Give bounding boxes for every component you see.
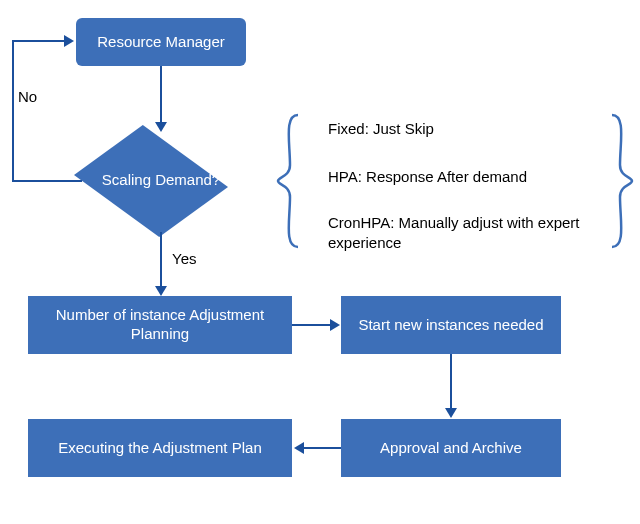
- annotation-cron-l2: experience: [328, 232, 401, 253]
- node-approval: Approval and Archive: [341, 419, 561, 477]
- annotation-hpa: HPA: Response After demand: [328, 166, 527, 187]
- edge-label-yes: Yes: [172, 250, 196, 267]
- arrowhead-planning-to-start: [330, 319, 340, 331]
- edge-planning-to-start: [292, 324, 332, 326]
- edge-start-to-approval: [450, 354, 452, 410]
- arrowhead-start-to-approval: [445, 408, 457, 418]
- node-executing-label: Executing the Adjustment Plan: [58, 439, 261, 458]
- node-resource-manager: Resource Manager: [76, 18, 246, 66]
- node-start-instances: Start new instances needed: [341, 296, 561, 354]
- edge-yes-seg: [160, 232, 162, 288]
- arrowhead-rm-to-scaling: [155, 122, 167, 132]
- edge-approval-to-exec: [303, 447, 341, 449]
- edge-no-seg1: [12, 180, 82, 182]
- node-planning: Number of instance Adjustment Planning: [28, 296, 292, 354]
- node-planning-label: Number of instance Adjustment Planning: [36, 306, 284, 344]
- annotation-cron-l1: CronHPA: Manually adjust with expert: [328, 212, 580, 233]
- brace-left-icon: [276, 113, 304, 249]
- node-executing: Executing the Adjustment Plan: [28, 419, 292, 477]
- node-resource-manager-label: Resource Manager: [97, 33, 225, 52]
- brace-right-icon: [606, 113, 634, 249]
- flowchart-canvas: Resource Manager Scaling Demand? No Yes …: [0, 0, 640, 524]
- edge-no-seg3: [12, 40, 66, 42]
- node-start-instances-label: Start new instances needed: [358, 316, 543, 335]
- edge-no-seg2: [12, 40, 14, 182]
- arrowhead-no: [64, 35, 74, 47]
- node-approval-label: Approval and Archive: [380, 439, 522, 458]
- edge-label-no: No: [18, 88, 37, 105]
- arrowhead-approval-to-exec: [294, 442, 304, 454]
- annotation-fixed: Fixed: Just Skip: [328, 118, 434, 139]
- arrowhead-yes: [155, 286, 167, 296]
- edge-rm-to-scaling: [160, 66, 162, 124]
